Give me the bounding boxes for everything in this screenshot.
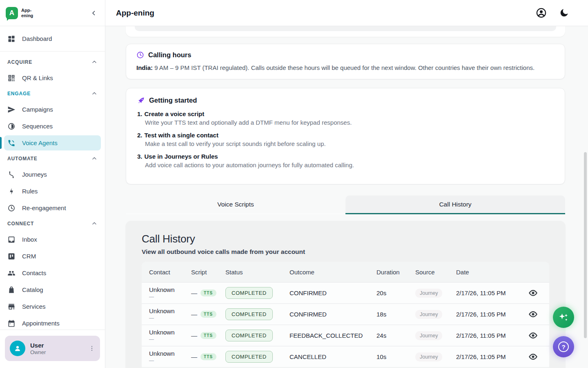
sidebar-section-acquire[interactable]: ACQUIRE — [0, 55, 105, 70]
dark-mode-toggle[interactable] — [558, 7, 570, 19]
people-icon — [7, 269, 16, 277]
sidebar-section-connect[interactable]: CONNECT — [0, 216, 105, 231]
avatar — [10, 341, 25, 356]
user-menu-button[interactable] — [88, 344, 96, 352]
sidebar-item-label: Services — [22, 303, 46, 310]
account-button[interactable] — [535, 7, 548, 19]
chevron-up-icon — [91, 59, 98, 65]
duration-value: 20s — [376, 289, 415, 296]
outcome-value: CANCELLED — [290, 353, 376, 360]
sidebar-item-label: Re-engagement — [22, 204, 66, 211]
tts-badge: TTS — [200, 311, 216, 318]
tts-badge: TTS — [200, 332, 216, 339]
sidebar-item-catalog[interactable]: Catalog — [0, 281, 105, 298]
page-title: App-ening — [116, 9, 535, 18]
sidebar-item-contacts[interactable]: Contacts — [0, 265, 105, 281]
column-header-status: Status — [225, 269, 290, 276]
column-header-outcome: Outcome — [290, 269, 376, 276]
calling-hours-text: India: 9 AM – 9 PM IST (TRAI regulated).… — [136, 64, 555, 71]
duration-value: 10s — [376, 353, 415, 360]
sidebar-nav: ACQUIRE QR & Links ENGAGE Campaigns — [0, 52, 105, 330]
tab-bar: Voice Scripts Call History — [126, 195, 565, 214]
step-number: 2. — [137, 132, 143, 139]
chevron-left-icon — [90, 9, 98, 17]
column-header-source: Source — [415, 269, 456, 276]
sidebar-item-rules[interactable]: Rules — [0, 183, 105, 200]
sidebar-item-voice-agents[interactable]: Voice Agents — [4, 135, 101, 150]
country-label: India: — [136, 64, 153, 71]
column-header-duration: Duration — [376, 269, 415, 276]
date-value: 2/17/26, 11:05 PM — [456, 332, 517, 339]
sidebar-collapse-button[interactable] — [89, 9, 98, 18]
bolt-icon — [7, 187, 16, 195]
clock-icon — [136, 51, 144, 59]
getting-started-step: 1.Create a voice script Write your TTS t… — [137, 110, 554, 126]
user-card[interactable]: User Owner — [5, 336, 100, 361]
duration-value: 24s — [376, 332, 415, 339]
step-description: Make a test call to verify your script s… — [145, 140, 554, 147]
eye-icon — [528, 331, 538, 340]
help-button[interactable]: ? — [553, 336, 574, 357]
sidebar-item-crm[interactable]: CRM — [0, 248, 105, 265]
sidebar-item-appointments[interactable]: Appointments — [0, 315, 105, 330]
clock-icon — [7, 204, 16, 212]
sidebar-item-inbox[interactable]: Inbox — [0, 231, 105, 248]
main-content: Calling hours India: 9 AM – 9 PM IST (TR… — [105, 26, 588, 368]
duration-value: 18s — [376, 311, 415, 318]
contact-name: Unknown — [149, 350, 191, 357]
sidebar-item-label: Catalog — [22, 286, 43, 293]
sequence-icon — [7, 122, 16, 130]
step-title: Test with a single contact — [145, 132, 218, 139]
sidebar-item-qr-links[interactable]: QR & Links — [0, 70, 105, 86]
script-name: — — [191, 289, 197, 296]
getting-started-step: 2.Test with a single contact Make a test… — [137, 132, 554, 147]
section-label: AUTOMATE — [7, 156, 38, 162]
user-name: User — [30, 342, 83, 349]
sidebar-item-campaigns[interactable]: Campaigns — [0, 101, 105, 118]
contact-sub: — — [149, 358, 191, 364]
view-call-button[interactable] — [528, 288, 538, 298]
sidebar-item-services[interactable]: Services — [0, 298, 105, 315]
calling-hours-card: Calling hours India: 9 AM – 9 PM IST (TR… — [126, 44, 565, 79]
chevron-up-icon — [91, 155, 98, 162]
eye-icon — [528, 310, 538, 319]
sidebar-item-journeys[interactable]: Journeys — [0, 166, 105, 183]
status-badge: COMPLETED — [225, 287, 273, 299]
status-badge: COMPLETED — [225, 330, 273, 341]
view-call-button[interactable] — [528, 310, 538, 319]
rocket-icon — [137, 96, 145, 104]
view-call-button[interactable] — [528, 331, 538, 340]
sidebar-item-dashboard[interactable]: Dashboard — [0, 26, 105, 52]
tab-call-history[interactable]: Call History — [345, 195, 565, 214]
active-indicator — [0, 137, 2, 149]
column-header-date: Date — [456, 269, 517, 276]
user-role: Owner — [30, 349, 83, 355]
dashboard-icon — [7, 35, 16, 43]
sidebar-item-label: Appointments — [22, 320, 60, 327]
brand-logo: A App-ening — [6, 7, 33, 19]
sidebar-item-label: Contacts — [22, 269, 46, 276]
topbar: App-ening — [105, 0, 588, 26]
script-name: — — [191, 332, 197, 339]
table-row: Unknown— —TTS COMPLETED FEEDBACK_COLLECT… — [142, 325, 549, 346]
sidebar-item-label: Rules — [22, 188, 38, 195]
sidebar-item-re-engagement[interactable]: Re-engagement — [0, 200, 105, 216]
table-row: Unknown— —TTS COMPLETED CONFIRMED 18s Jo… — [142, 303, 549, 325]
source-badge: Journey — [415, 289, 442, 298]
contact-name: Unknown — [149, 307, 191, 314]
scrollbar[interactable] — [584, 152, 587, 338]
sidebar-item-sequences[interactable]: Sequences — [0, 118, 105, 135]
view-call-button[interactable] — [528, 352, 538, 361]
sidebar-section-automate[interactable]: AUTOMATE — [0, 151, 105, 166]
sidebar-section-engage[interactable]: ENGAGE — [0, 86, 105, 101]
date-value: 2/17/26, 11:05 PM — [456, 353, 517, 360]
table-row: Unknown— —TTS COMPLETED CONFIRMED 20s Jo… — [142, 282, 549, 303]
tab-voice-scripts[interactable]: Voice Scripts — [126, 195, 345, 214]
outcome-value: CONFIRMED — [290, 289, 376, 296]
chevron-up-icon — [91, 90, 98, 97]
sidebar-item-label: Sequences — [22, 123, 53, 130]
getting-started-card: Getting started 1.Create a voice script … — [126, 88, 565, 184]
ai-assistant-button[interactable] — [553, 307, 574, 328]
brand-logo-icon: A — [6, 7, 18, 19]
dark-mode-moon-icon — [559, 8, 569, 18]
